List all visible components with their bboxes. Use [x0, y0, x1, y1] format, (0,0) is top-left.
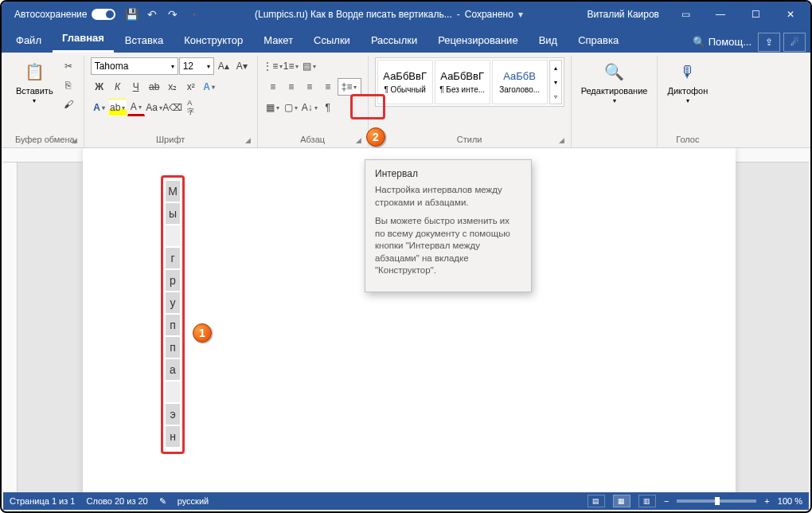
zoom-value[interactable]: 100 % — [778, 496, 802, 506]
save-icon[interactable]: 💾 — [125, 8, 138, 21]
tab-help[interactable]: Справка — [568, 29, 628, 53]
share-button[interactable]: ⇪ — [758, 33, 780, 52]
group-font: Tahoma▾ 12▾ A▴ A▾ Ж К Ч ab x₂ x² A A ab … — [84, 56, 258, 147]
ribbon: 📋 Вставить ▾ ✂ ⎘ 🖌 Буфер обмена◢ Tahoma▾… — [2, 53, 810, 148]
tell-me[interactable]: Помощ... — [709, 36, 751, 48]
undo-icon[interactable]: ↶ — [146, 8, 158, 21]
show-marks-icon[interactable]: ¶ — [319, 99, 337, 116]
microphone-icon: 🎙 — [675, 59, 701, 84]
statusbar: Страница 1 из 1 Слово 20 из 20 ✎ русский… — [3, 492, 809, 510]
maximize-icon[interactable]: ☐ — [739, 2, 772, 27]
paste-button[interactable]: 📋 Вставить ▾ — [13, 57, 57, 106]
zoom-in-icon[interactable]: + — [764, 496, 769, 506]
align-right-icon[interactable]: ≡ — [301, 78, 318, 96]
tab-view[interactable]: Вид — [529, 29, 568, 53]
tab-review[interactable]: Рецензирование — [428, 29, 527, 53]
underline-button[interactable]: Ч — [127, 78, 145, 96]
tab-insert[interactable]: Вставка — [115, 29, 173, 53]
bullets-icon[interactable]: ⋮≡ — [264, 57, 282, 75]
cut-icon[interactable]: ✂ — [60, 57, 77, 75]
status-words[interactable]: Слово 20 из 20 — [86, 496, 147, 506]
callout-1: 1 — [193, 323, 212, 343]
clear-fmt-icon[interactable]: A⌫ — [164, 99, 182, 116]
char: р — [166, 270, 180, 291]
status-page[interactable]: Страница 1 из 1 — [10, 496, 75, 506]
justify-icon[interactable]: ≡ — [319, 78, 337, 96]
sort-icon[interactable]: A↓ — [301, 99, 318, 116]
autosave-toggle[interactable]: Автосохранение — [14, 9, 115, 20]
user-name[interactable]: Виталий Каиров — [587, 9, 659, 20]
char: г — [166, 248, 180, 268]
launcher-icon[interactable]: ◢ — [356, 136, 361, 144]
styles-more[interactable]: ▴▾▿ — [549, 60, 562, 104]
clipboard-label: Буфер обмена — [15, 135, 75, 144]
phonetic-icon[interactable]: A字 — [182, 99, 200, 116]
print-layout-icon[interactable]: ▦ — [613, 495, 630, 507]
editing-button[interactable]: 🔍 Редактирование ▾ — [578, 57, 651, 106]
style-normal[interactable]: АаБбВвГ ¶ Обычный — [377, 60, 433, 104]
read-mode-icon[interactable]: ▤ — [588, 495, 605, 507]
paste-label: Вставить — [16, 86, 53, 96]
launcher-icon[interactable]: ◢ — [72, 136, 77, 144]
style-no-spacing[interactable]: АаБбВвГ ¶ Без инте... — [435, 60, 490, 104]
tab-layout[interactable]: Макет — [254, 29, 303, 53]
launcher-icon[interactable]: ◢ — [559, 136, 564, 144]
vertical-ruler[interactable] — [3, 163, 18, 492]
tab-references[interactable]: Ссылки — [304, 29, 360, 53]
shading-icon[interactable]: ▦ — [264, 99, 282, 116]
style-heading1[interactable]: АаБбВ Заголово... — [492, 60, 548, 104]
tab-file[interactable]: Файл — [6, 29, 51, 53]
launcher-icon[interactable]: ◢ — [245, 136, 251, 144]
search-icon: 🔍 — [693, 36, 705, 48]
highlight-icon[interactable]: ab — [109, 99, 127, 116]
group-clipboard: 📋 Вставить ▾ ✂ ⎘ 🖌 Буфер обмена◢ — [6, 56, 84, 147]
web-layout-icon[interactable]: ▥ — [638, 495, 656, 507]
minimize-icon[interactable]: — — [704, 2, 737, 27]
superscript-button[interactable]: x² — [182, 78, 200, 96]
strike-button[interactable]: ab — [146, 78, 163, 96]
comments-button[interactable]: ☄ — [783, 33, 806, 52]
text-effects-icon[interactable]: A — [201, 78, 218, 96]
qat-more-icon[interactable] — [187, 8, 200, 21]
redo-icon[interactable]: ↷ — [166, 8, 179, 21]
borders-icon[interactable]: ▢ — [283, 99, 300, 116]
ribbon-display-icon[interactable]: ▭ — [669, 2, 702, 27]
align-left-icon[interactable]: ≡ — [264, 78, 282, 96]
callout-2: 2 — [366, 127, 385, 147]
highlight-line-spacing — [350, 94, 385, 119]
format-painter-icon[interactable]: 🖌 — [60, 96, 77, 113]
search-icon: 🔍 — [602, 59, 627, 84]
font-name-combo[interactable]: Tahoma▾ — [91, 57, 178, 75]
font-color-icon[interactable]: A — [127, 99, 145, 116]
close-icon[interactable]: ✕ — [774, 2, 807, 27]
numbering-icon[interactable]: 1≡ — [283, 57, 300, 75]
tab-design[interactable]: Конструктор — [174, 29, 252, 53]
autosave-label: Автосохранение — [14, 9, 87, 20]
grow-font-icon[interactable]: A▴ — [215, 57, 232, 75]
proofing-icon[interactable]: ✎ — [159, 496, 166, 507]
subscript-button[interactable]: x₂ — [164, 78, 182, 96]
dictate-button[interactable]: 🎙 Диктофон ▾ — [664, 57, 711, 106]
tooltip-title: Интервал — [375, 168, 521, 179]
line-spacing-button[interactable]: ‡≡ — [338, 78, 361, 96]
font-size-combo[interactable]: 12▾ — [179, 57, 214, 75]
bold-button[interactable]: Ж — [91, 78, 108, 96]
status-language[interactable]: русский — [178, 496, 209, 506]
saved-status: Сохранено — [465, 9, 513, 20]
shrink-font-icon[interactable]: A▾ — [233, 57, 251, 75]
italic-button[interactable]: К — [109, 78, 127, 96]
zoom-slider[interactable] — [677, 499, 756, 503]
zoom-out-icon[interactable]: − — [664, 496, 669, 506]
voice-label: Голос — [676, 135, 699, 144]
copy-icon[interactable]: ⎘ — [60, 76, 77, 94]
styles-gallery: АаБбВвГ ¶ Обычный АаБбВвГ ¶ Без инте... … — [375, 57, 564, 107]
char: ы — [166, 203, 180, 224]
char — [166, 225, 180, 246]
text-effect2-icon[interactable]: A — [91, 99, 108, 116]
multilevel-icon[interactable]: ▤ — [301, 57, 318, 75]
tab-home[interactable]: Главная — [53, 27, 114, 53]
change-case-icon[interactable]: Aa — [146, 99, 163, 116]
char: М — [166, 181, 180, 202]
tab-mailings[interactable]: Рассылки — [361, 29, 427, 53]
align-center-icon[interactable]: ≡ — [283, 78, 300, 96]
